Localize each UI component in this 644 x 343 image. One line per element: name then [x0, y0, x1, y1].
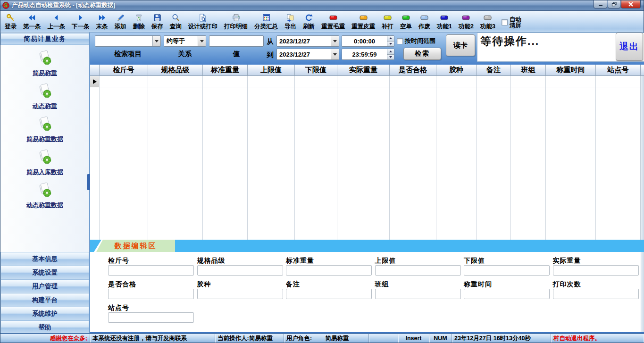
search-field-combo[interactable]	[95, 35, 161, 47]
toolbar-button-重置毛重[interactable]: 重置毛重	[318, 11, 348, 32]
toolbar-button-功能1[interactable]: 功能1	[434, 11, 455, 32]
spinner-buttons[interactable]	[387, 36, 394, 46]
grid-column-header-胶种[interactable]: 胶种	[436, 65, 477, 76]
grid-column-header-是否合格[interactable]: 是否合格	[390, 65, 436, 76]
toolbar-button-功能3[interactable]: 功能3	[477, 11, 499, 32]
sidebar-item-动态称重[interactable]: 动态称重	[33, 84, 57, 110]
read-card-button[interactable]: 读卡	[446, 34, 475, 56]
grid-cell-empty[interactable]	[511, 76, 545, 87]
from-date-combo[interactable]: 2023/12/27	[276, 35, 339, 47]
to-time-spinner[interactable]: 23:59:59	[342, 49, 394, 60]
toolbar-button-功能2[interactable]: 功能2	[455, 11, 477, 32]
chevron-down-icon[interactable]	[152, 36, 160, 46]
editor-input-标准重量[interactable]	[286, 265, 372, 276]
to-date-combo[interactable]: 2023/12/27	[276, 49, 339, 60]
spin-up-icon[interactable]	[387, 36, 394, 42]
search-value-input[interactable]	[209, 35, 264, 47]
grid-column-header-标准重量[interactable]: 标准重量	[203, 65, 248, 76]
toolbar-button-第一条[interactable]: 第一条	[20, 11, 44, 32]
toolbar-button-刷新[interactable]: 刷新	[300, 11, 318, 32]
grid-cell-empty[interactable]	[203, 76, 247, 87]
spin-up-icon[interactable]	[387, 49, 394, 55]
toolbar-button-保存[interactable]: 保存	[148, 11, 167, 32]
toolbar-button-上一条[interactable]: 上一条	[44, 11, 69, 32]
toolbar-button-打印明细[interactable]: 打印明细	[221, 11, 251, 32]
grid-cell-empty[interactable]	[148, 76, 202, 87]
grid-cell-empty[interactable]	[477, 76, 510, 87]
toolbar-button-下一条[interactable]: 下一条	[68, 11, 93, 32]
toolbar-button-分类汇总[interactable]: 分类汇总	[251, 11, 281, 32]
exit-button[interactable]: 退出	[616, 33, 643, 61]
grid-scrollbar[interactable]	[641, 76, 644, 240]
toolbar-button-补打[interactable]: 补打	[378, 11, 397, 32]
toolbar-button-设计或打印[interactable]: 设计或打印	[185, 11, 221, 32]
search-button[interactable]: 检索	[403, 48, 441, 60]
spin-down-icon[interactable]	[387, 42, 394, 47]
auto-clear-toggle[interactable]: 自动 清屏	[499, 11, 523, 32]
sidebar-splitter-handle[interactable]	[87, 174, 90, 190]
editor-input-下限值[interactable]	[464, 265, 550, 276]
grid-column-header-实际重量[interactable]: 实际重量	[337, 65, 390, 76]
toolbar-button-导出[interactable]: 导出	[281, 11, 300, 32]
editor-input-是否合格[interactable]	[108, 289, 194, 299]
toolbar-button-重置皮重[interactable]: 重置皮重	[348, 11, 378, 32]
grid-cell-empty[interactable]	[436, 76, 476, 87]
grid-column-header-备注[interactable]: 备注	[477, 65, 511, 76]
time-range-checkbox[interactable]	[397, 38, 403, 44]
grid-cell-empty[interactable]	[546, 76, 595, 87]
grid-column-header-规格品级[interactable]: 规格品级	[148, 65, 203, 76]
toolbar-button-添加[interactable]: 添加	[111, 11, 130, 32]
sidebar-item-简易称重[interactable]: 简易称重	[33, 50, 57, 77]
grid-cell-empty[interactable]	[295, 76, 337, 87]
editor-input-上限值[interactable]	[375, 265, 461, 276]
chevron-down-icon[interactable]	[331, 49, 339, 59]
editor-input-打印次数[interactable]	[553, 289, 639, 299]
editor-input-检斤号[interactable]	[108, 265, 194, 276]
toolbar-button-登录[interactable]: 登录	[1, 11, 20, 32]
grid-cell-empty[interactable]	[390, 76, 436, 87]
sidebar-button-基本信息[interactable]: 基本信息	[0, 252, 89, 266]
grid-column-header-站点号[interactable]: 站点号	[596, 65, 641, 76]
sidebar-button-系统维护[interactable]: 系统维护	[0, 307, 89, 320]
relation-combo[interactable]: 约等于	[164, 35, 206, 47]
grid-cell-empty[interactable]	[596, 76, 640, 87]
grid-column-header-称重时间[interactable]: 称重时间	[546, 65, 596, 76]
editor-input-站点号[interactable]	[108, 312, 194, 323]
spin-down-icon[interactable]	[387, 55, 394, 60]
toolbar-button-删除[interactable]: 删除	[130, 11, 148, 32]
grid-column-header-上限值[interactable]: 上限值	[248, 65, 295, 76]
toolbar-button-空单[interactable]: 空单	[397, 11, 415, 32]
spinner-buttons[interactable]	[387, 49, 394, 59]
sidebar-item-简易称重数据[interactable]: 简易称重数据	[26, 117, 63, 143]
chevron-down-icon[interactable]	[331, 36, 339, 46]
chevron-down-icon[interactable]	[198, 36, 206, 46]
grid-cell-empty[interactable]	[100, 76, 148, 87]
sidebar-button-用户管理[interactable]: 用户管理	[0, 279, 89, 293]
auto-clear-checkbox[interactable]	[502, 19, 508, 25]
toolbar-button-查询[interactable]: 查询	[167, 11, 185, 32]
grid-cell-empty[interactable]	[337, 76, 389, 87]
editor-input-胶种[interactable]	[197, 289, 283, 299]
grid-cell-empty[interactable]	[248, 76, 294, 87]
sidebar-button-帮助[interactable]: 帮助	[0, 320, 89, 334]
grid-column-header-检斤号[interactable]: 检斤号	[100, 65, 148, 76]
sidebar-item-简易入库数据[interactable]: 简易入库数据	[26, 150, 63, 176]
minimize-button[interactable]	[594, 0, 607, 8]
editor-input-称重时间[interactable]	[464, 289, 550, 299]
editor-input-班组[interactable]	[375, 289, 461, 299]
time-range-toggle[interactable]: 按时间范围	[397, 37, 435, 45]
editor-scrollbar[interactable]	[641, 252, 644, 332]
sidebar-button-系统设置[interactable]: 系统设置	[0, 266, 89, 279]
toolbar-button-作废[interactable]: 作废	[415, 11, 434, 32]
editor-input-实际重量[interactable]	[553, 265, 639, 276]
editor-input-备注[interactable]	[286, 289, 372, 299]
sidebar-button-构建平台[interactable]: 构建平台	[0, 293, 89, 307]
grid-body[interactable]	[90, 76, 644, 240]
restore-button[interactable]	[608, 0, 620, 8]
from-time-spinner[interactable]: 0:00:00	[342, 35, 394, 47]
editor-input-规格品级[interactable]	[197, 265, 283, 276]
sidebar-item-动态称重数据[interactable]: 动态称重数据	[26, 183, 63, 209]
close-button[interactable]	[621, 0, 641, 8]
toolbar-button-末条[interactable]: 末条	[93, 11, 111, 32]
grid-column-header-下限值[interactable]: 下限值	[295, 65, 337, 76]
